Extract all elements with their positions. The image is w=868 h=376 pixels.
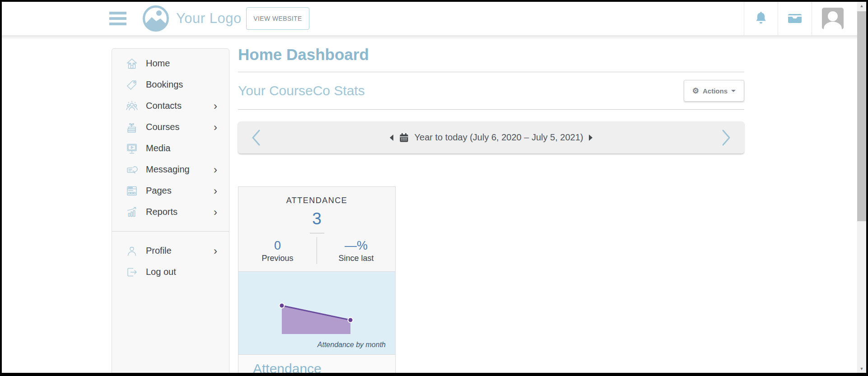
- sidebar-item-label: Bookings: [146, 79, 183, 90]
- logo-text: Your Logo: [176, 10, 242, 27]
- sidebar-item-logout[interactable]: Log out: [112, 261, 229, 283]
- stat-card-footer-title: Attendance: [253, 361, 395, 373]
- date-range-bar: Year to today (July 6, 2020 – July 5, 20…: [238, 121, 744, 153]
- header-actions: [744, 2, 857, 35]
- next-range-button[interactable]: [708, 121, 744, 153]
- sidebar-item-courses[interactable]: Courses ›: [112, 116, 229, 138]
- tag-icon: [126, 79, 138, 91]
- chevron-right-icon: ›: [214, 207, 229, 218]
- stat-card-title: ATTENDANCE: [238, 196, 395, 205]
- sidebar-item-messaging[interactable]: Messaging ›: [112, 159, 229, 180]
- page-title: Home Dashboard: [238, 46, 744, 64]
- chevron-right-icon: ›: [214, 186, 229, 196]
- people-icon: [126, 100, 138, 112]
- chevron-right-icon: ›: [214, 122, 229, 133]
- home-icon: [126, 57, 138, 70]
- sidebar-item-contacts[interactable]: Contacts ›: [112, 95, 229, 116]
- sidebar-item-label: Home: [146, 58, 170, 69]
- page: Your Logo VIEW WEBSITE: [2, 2, 866, 373]
- attendance-mini-chart: Attendance by month: [238, 271, 395, 355]
- view-website-button[interactable]: VIEW WEBSITE: [246, 7, 309, 30]
- previous-label: Previous: [238, 254, 317, 263]
- main-content: Home Dashboard Your CourseCo Stats ⚙ Act…: [238, 35, 744, 373]
- logout-icon: [126, 266, 138, 279]
- scrollbar-thumb[interactable]: [857, 11, 866, 221]
- inbox-button[interactable]: [778, 2, 812, 35]
- sidebar-item-profile[interactable]: Profile ›: [112, 240, 229, 261]
- chevron-right-icon: ›: [214, 164, 229, 175]
- change-value: —%: [317, 239, 395, 253]
- sidebar-item-pages[interactable]: Pages ›: [112, 180, 229, 201]
- chevron-right-icon: ›: [214, 101, 229, 111]
- hamburger-menu-icon[interactable]: [109, 12, 126, 26]
- section-title: Your CourseCo Stats: [238, 83, 365, 98]
- notifications-button[interactable]: [744, 2, 778, 35]
- bar-chart-icon: [126, 206, 138, 218]
- divider: [238, 109, 744, 110]
- actions-button[interactable]: ⚙ Actions: [684, 80, 744, 102]
- chevron-left-icon: [251, 129, 261, 146]
- sidebar-item-bookings[interactable]: Bookings: [112, 74, 229, 95]
- scroll-down-icon[interactable]: ▼: [857, 365, 866, 373]
- sidebar-item-label: Messaging: [146, 164, 190, 175]
- caret-down-icon: [731, 90, 736, 92]
- sidebar-item-label: Profile: [146, 246, 172, 256]
- chart-caption: Attendance by month: [317, 341, 386, 349]
- sidebar-item-label: Reports: [146, 207, 177, 217]
- step-forward-icon[interactable]: [589, 135, 593, 141]
- monitor-icon: [126, 142, 138, 155]
- gear-icon: ⚙: [692, 87, 699, 95]
- logo-image-icon: [142, 5, 170, 32]
- sidebar: Home Bookings Contacts ›: [112, 48, 229, 373]
- divider: [238, 72, 744, 72]
- logo[interactable]: Your Logo: [142, 5, 242, 32]
- sidebar-item-reports[interactable]: Reports ›: [112, 201, 229, 223]
- sidebar-item-label: Pages: [146, 186, 172, 196]
- calendar-icon: [399, 133, 409, 143]
- sidebar-item-label: Media: [146, 143, 170, 153]
- user-avatar[interactable]: [822, 8, 844, 29]
- attendance-stat-card: ATTENDANCE 3 0 Previous —% Since last: [238, 186, 396, 373]
- previous-range-button[interactable]: [238, 121, 274, 153]
- sidebar-item-label: Contacts: [146, 101, 182, 111]
- vertical-scrollbar[interactable]: ▲ ▼: [857, 2, 866, 373]
- person-icon: [126, 245, 138, 257]
- inbox-tray-icon: [787, 12, 803, 25]
- sidebar-item-label: Log out: [146, 267, 176, 277]
- sidebar-divider: [112, 231, 229, 232]
- step-back-icon[interactable]: [390, 135, 393, 141]
- chevron-right-icon: [721, 129, 732, 146]
- sidebar-item-home[interactable]: Home: [112, 53, 229, 74]
- scroll-up-icon[interactable]: ▲: [857, 2, 866, 10]
- books-icon: [126, 121, 138, 134]
- top-header: Your Logo VIEW WEBSITE: [2, 2, 857, 35]
- previous-value: 0: [238, 239, 317, 253]
- mini-divider: [310, 233, 324, 233]
- data-point: [280, 303, 285, 308]
- stat-card-value: 3: [238, 209, 395, 228]
- change-label: Since last: [317, 254, 395, 263]
- chat-icon: [126, 163, 138, 176]
- sidebar-item-label: Courses: [146, 122, 179, 132]
- sidebar-item-media[interactable]: Media: [112, 138, 229, 159]
- data-point: [348, 318, 353, 323]
- bell-icon: [754, 11, 768, 26]
- browser-icon: [126, 185, 138, 197]
- date-range-label: Year to today (July 6, 2020 – July 5, 20…: [415, 132, 583, 143]
- chevron-right-icon: ›: [214, 246, 229, 256]
- header-shadow: [2, 35, 857, 40]
- actions-button-label: Actions: [703, 87, 728, 95]
